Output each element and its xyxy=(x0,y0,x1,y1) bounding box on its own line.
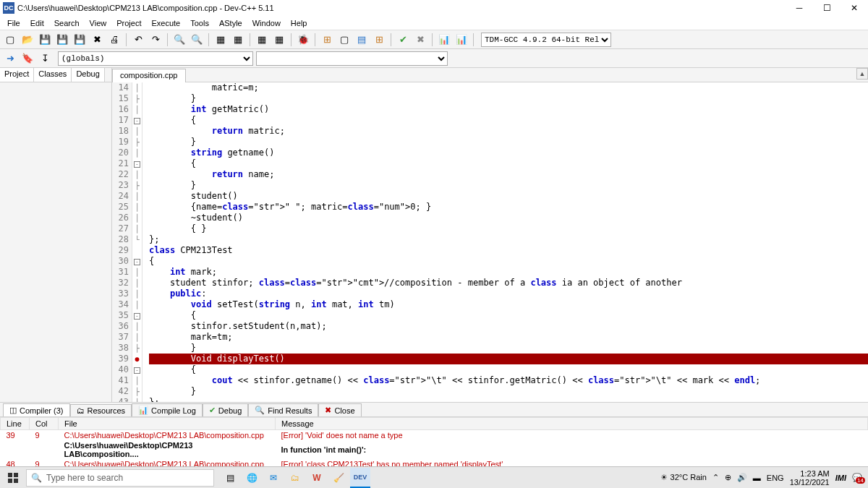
side-tab-project[interactable]: Project xyxy=(0,68,34,82)
menu-search[interactable]: Search xyxy=(50,17,84,29)
save-all-icon[interactable]: 💾 xyxy=(55,33,69,47)
col-message[interactable]: Message xyxy=(276,418,868,430)
toolbar-navigation: ➜ 🔖 ↧ (globals) xyxy=(0,49,868,68)
weather-widget[interactable]: ☀ 32°C Rain xyxy=(660,473,706,482)
tray-volume-icon[interactable]: 🔊 xyxy=(737,473,747,482)
table-row[interactable]: C:\Users\huawei\Desktop\CPM213 LAB\compo… xyxy=(1,440,868,459)
compiler-output[interactable]: Line Col File Message 399C:\Users\huawei… xyxy=(0,416,868,467)
check-icon[interactable]: ✔ xyxy=(396,33,410,47)
compilelog-tab-icon: 📊 xyxy=(138,406,148,415)
app-wps[interactable]: W xyxy=(307,468,327,488)
app-taskview[interactable]: ▤ xyxy=(220,468,240,488)
save-icon[interactable]: 💾 xyxy=(38,33,52,47)
profile-icon[interactable]: 📊 xyxy=(437,33,451,47)
goto-icon[interactable]: ➜ xyxy=(3,51,17,66)
start-button[interactable] xyxy=(0,467,26,489)
menu-file[interactable]: File xyxy=(3,17,25,29)
replace-icon[interactable]: 🔍 xyxy=(190,33,204,47)
taskbar: 🔍Type here to search ▤ 🌐 ✉ 🗂 W 🧹 DEV ☀ 3… xyxy=(0,466,868,488)
new-file-icon[interactable]: ▢ xyxy=(3,33,17,47)
tray-clock[interactable]: 1:23 AM13/12/2021 xyxy=(790,469,830,487)
debug-tab-icon: ✔ xyxy=(209,406,216,415)
app-ccleaner[interactable]: 🧹 xyxy=(328,468,349,488)
app-devcpp[interactable]: DEV xyxy=(350,468,370,488)
undo-icon[interactable]: ↶ xyxy=(131,33,145,47)
side-panel: Project Classes Debug xyxy=(0,68,112,402)
col-col[interactable]: Col xyxy=(30,418,59,430)
col-line[interactable]: Line xyxy=(1,418,30,430)
svg-rect-3 xyxy=(14,479,18,483)
app-edge[interactable]: 🌐 xyxy=(242,468,262,488)
tray-wifi-icon[interactable]: ⊕ xyxy=(725,473,731,482)
app-icon: DC xyxy=(3,2,14,14)
col-file[interactable]: File xyxy=(59,418,276,430)
scroll-up-icon[interactable]: ▲ xyxy=(856,68,868,80)
run-icon[interactable]: ▦ xyxy=(231,33,245,47)
bookmark-icon[interactable]: 🔖 xyxy=(20,51,35,66)
menu-astyle[interactable]: AStyle xyxy=(215,17,247,29)
close-file-icon[interactable]: ✖ xyxy=(90,33,104,47)
grid1-icon[interactable]: ⊞ xyxy=(320,33,334,47)
grid3-icon[interactable]: ▤ xyxy=(354,33,369,47)
menubar: File Edit Search View Project Execute To… xyxy=(0,16,868,30)
close-button[interactable]: ✕ xyxy=(841,0,868,16)
svg-rect-0 xyxy=(8,473,12,477)
compiler-tab-icon: ◫ xyxy=(9,406,17,415)
window-title: C:\Users\huawei\Desktop\CPM213 LAB\compo… xyxy=(17,4,786,12)
editor-tab[interactable]: composition.cpp xyxy=(112,69,186,82)
svg-rect-1 xyxy=(14,473,18,477)
compiler-select[interactable]: TDM-GCC 4.9.2 64-bit Release xyxy=(481,33,611,47)
tab-debug[interactable]: ✔Debug xyxy=(203,403,248,416)
tray-ime-icon[interactable]: IMI xyxy=(835,474,846,482)
open-icon[interactable]: 📂 xyxy=(20,33,35,47)
cancel-icon[interactable]: ✖ xyxy=(413,33,427,47)
table-row[interactable]: 399C:\Users\huawei\Desktop\CPM213 LAB\co… xyxy=(1,430,868,441)
close-tab-icon: ✖ xyxy=(325,406,331,415)
maximize-button[interactable]: ☐ xyxy=(813,0,841,16)
app-explorer[interactable]: 🗂 xyxy=(285,468,305,488)
rebuild-icon[interactable]: ▦ xyxy=(272,33,286,47)
tray-chevron-icon[interactable]: ⌃ xyxy=(712,473,719,482)
menu-help[interactable]: Help xyxy=(286,17,312,29)
goto-book-icon[interactable]: ↧ xyxy=(38,51,52,66)
debug-icon[interactable]: 🐞 xyxy=(296,33,310,47)
resources-tab-icon: 🗂 xyxy=(77,406,85,415)
scope-select[interactable]: (globals) xyxy=(58,51,253,66)
print-icon[interactable]: 🖨 xyxy=(107,33,122,47)
tab-close[interactable]: ✖Close xyxy=(318,403,361,416)
tab-resources[interactable]: 🗂Resources xyxy=(70,404,132,416)
search-icon: 🔍 xyxy=(31,473,42,483)
menu-execute[interactable]: Execute xyxy=(147,17,184,29)
delete-profile-icon[interactable]: 📊 xyxy=(454,33,469,47)
tray-battery-icon[interactable]: ▬ xyxy=(753,474,761,482)
menu-edit[interactable]: Edit xyxy=(26,17,48,29)
find-tab-icon: 🔍 xyxy=(255,406,265,415)
menu-project[interactable]: Project xyxy=(112,17,145,29)
tab-compiler[interactable]: ◫Compiler (3) xyxy=(3,403,70,416)
minimize-button[interactable]: ─ xyxy=(786,0,813,16)
side-tab-classes[interactable]: Classes xyxy=(34,68,72,82)
tab-find-results[interactable]: 🔍Find Results xyxy=(248,403,318,416)
member-select[interactable] xyxy=(256,51,448,66)
titlebar: DC C:\Users\huawei\Desktop\CPM213 LAB\co… xyxy=(0,0,868,16)
save-as-icon[interactable]: 💾 xyxy=(72,33,87,47)
menu-tools[interactable]: Tools xyxy=(186,17,213,29)
tray-lang[interactable]: ENG xyxy=(767,474,784,482)
menu-window[interactable]: Window xyxy=(248,17,285,29)
taskbar-search[interactable]: 🔍Type here to search xyxy=(26,469,214,487)
grid2-icon[interactable]: ▢ xyxy=(337,33,352,47)
compile-icon[interactable]: ▦ xyxy=(213,33,228,47)
compile-run-icon[interactable]: ▦ xyxy=(255,33,269,47)
tray-notifications-icon[interactable]: 💬14 xyxy=(852,473,862,482)
svg-rect-2 xyxy=(8,479,12,483)
redo-icon[interactable]: ↷ xyxy=(148,33,163,47)
find-icon[interactable]: 🔍 xyxy=(172,33,187,47)
toolbar-main: ▢ 📂 💾 💾 💾 ✖ 🖨 ↶ ↷ 🔍 🔍 ▦ ▦ ▦ ▦ 🐞 ⊞ ▢ ▤ ⊞ … xyxy=(0,30,868,49)
grid4-icon[interactable]: ⊞ xyxy=(372,33,386,47)
app-mail[interactable]: ✉ xyxy=(263,468,284,488)
side-tab-debug[interactable]: Debug xyxy=(72,68,104,82)
tab-compile-log[interactable]: 📊Compile Log xyxy=(132,403,203,416)
code-editor[interactable]: 1415161718192021222324252627282930313233… xyxy=(112,82,868,402)
editor-area: composition.cpp 141516171819202122232425… xyxy=(112,68,868,402)
menu-view[interactable]: View xyxy=(85,17,111,29)
